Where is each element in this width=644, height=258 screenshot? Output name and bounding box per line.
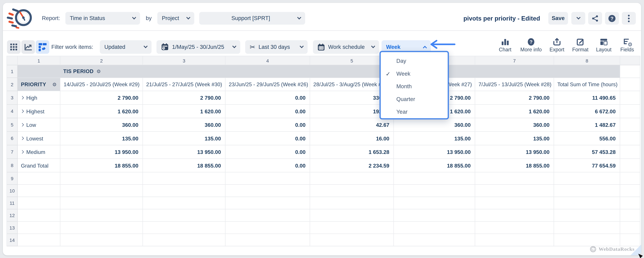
- value-cell[interactable]: 2 790.00: [475, 91, 554, 105]
- work-schedule-select[interactable]: Work schedule: [313, 40, 379, 54]
- row-label-lowest[interactable]: Lowest: [18, 132, 60, 145]
- row-label-high[interactable]: High: [18, 91, 60, 105]
- expand-chevron-icon[interactable]: [20, 109, 24, 113]
- report-select[interactable]: Time in Status: [66, 12, 140, 25]
- row-number: 13: [7, 222, 18, 234]
- column-header[interactable]: Total Sum of Time (hours): [554, 78, 620, 91]
- fields-button[interactable]: ⚙ Fields: [619, 38, 636, 52]
- scissors-icon: ✂: [250, 43, 255, 51]
- group-by-select[interactable]: Project: [158, 12, 194, 25]
- value-cell[interactable]: 1 620.00: [60, 105, 143, 118]
- value-cell[interactable]: 13 950.00: [143, 145, 226, 159]
- chart-view-toggle[interactable]: [22, 40, 35, 54]
- chevron-up-icon: [423, 46, 427, 50]
- priority-header[interactable]: PRIORITY⚙: [18, 78, 60, 91]
- row-number: 5: [7, 118, 18, 132]
- expand-chevron-icon[interactable]: [20, 150, 24, 154]
- value-cell[interactable]: 13 950.00: [475, 145, 554, 159]
- grid-cell-empty: [226, 222, 310, 234]
- trim-period-select[interactable]: ✂ Last 30 days: [245, 40, 308, 54]
- row-label-highest[interactable]: Highest: [18, 105, 60, 118]
- value-cell[interactable]: 2 790.00: [143, 91, 226, 105]
- row-label-grand-total[interactable]: Grand Total: [18, 159, 60, 172]
- expand-chevron-icon[interactable]: [20, 137, 24, 140]
- value-cell[interactable]: 42.67: [310, 118, 394, 132]
- row-number: 7: [7, 145, 18, 159]
- value-cell[interactable]: 556.00: [554, 132, 620, 145]
- value-cell[interactable]: 11 490.65: [554, 91, 620, 105]
- chart-button[interactable]: Chart: [497, 38, 514, 52]
- value-cell[interactable]: 16.00: [310, 132, 394, 145]
- value-cell[interactable]: 135.00: [60, 132, 143, 145]
- date-range-select[interactable]: 1/May/25 - 30/Jun/25: [156, 40, 240, 54]
- value-cell[interactable]: 0.00: [226, 105, 310, 118]
- column-header[interactable]: 14/Jul/25 - 20/Jul/25 (Week #29): [60, 78, 143, 91]
- value-cell[interactable]: 0.00: [226, 132, 310, 145]
- value-cell[interactable]: 135.00: [394, 132, 475, 145]
- value-cell[interactable]: 0.00: [226, 118, 310, 132]
- question-icon: ?: [527, 38, 535, 46]
- column-header[interactable]: 21/Jul/25 - 27/Jul/25 (Week #30): [143, 78, 226, 91]
- value-cell[interactable]: 360.00: [60, 118, 143, 132]
- value-cell[interactable]: 0.00: [226, 145, 310, 159]
- value-cell[interactable]: 0.00: [226, 159, 310, 172]
- value-cell[interactable]: 18 855.00: [394, 159, 475, 172]
- format-button[interactable]: Format: [572, 38, 588, 52]
- row-label-low[interactable]: Low: [18, 118, 60, 132]
- chevron-down-icon: [371, 44, 375, 48]
- column-number: 1: [18, 56, 60, 65]
- pivot-view-toggle[interactable]: [36, 40, 49, 54]
- value-cell[interactable]: 57 453.28: [554, 145, 620, 159]
- menu-item-quarter[interactable]: Quarter: [381, 93, 448, 106]
- value-cell[interactable]: 360.00: [394, 118, 475, 132]
- expand-chevron-icon[interactable]: [20, 96, 24, 100]
- grid-cell-empty: [620, 197, 640, 209]
- row-label-medium[interactable]: Medium: [18, 145, 60, 159]
- grid-cell-empty: [18, 234, 60, 246]
- granularity-menu: Day✓WeekMonthQuarterYear: [380, 51, 449, 119]
- column-header[interactable]: 23/Jun/25 - 29/Jun/25 (Week #26): [226, 78, 310, 91]
- value-cell[interactable]: 6 672.00: [554, 105, 620, 118]
- save-options-button[interactable]: [572, 12, 585, 25]
- gear-icon[interactable]: ⚙: [96, 68, 101, 74]
- value-cell[interactable]: 13 950.00: [60, 145, 143, 159]
- value-cell[interactable]: 2 790.00: [60, 91, 143, 105]
- value-cell[interactable]: 1 653.28: [310, 145, 394, 159]
- layout-button[interactable]: Layout: [596, 38, 612, 52]
- filter-field-select[interactable]: Updated: [100, 40, 152, 54]
- menu-item-day[interactable]: Day: [381, 54, 448, 67]
- value-cell[interactable]: 135.00: [143, 132, 226, 145]
- value-cell[interactable]: 360.00: [143, 118, 226, 132]
- more-info-button[interactable]: ? More info: [520, 38, 542, 52]
- toolbar-actions: Chart ? More info Export: [497, 38, 636, 52]
- value-cell[interactable]: 1 620.00: [143, 105, 226, 118]
- filter-label: Filter work items:: [52, 40, 93, 54]
- project-select[interactable]: Support [SPRT]: [199, 12, 305, 25]
- grid-view-toggle[interactable]: [7, 40, 20, 54]
- menu-item-year[interactable]: Year: [381, 105, 448, 118]
- value-cell[interactable]: 18 855.00: [60, 159, 143, 172]
- value-cell[interactable]: 360.00: [475, 118, 554, 132]
- menu-item-week[interactable]: ✓Week: [381, 67, 448, 80]
- save-button[interactable]: Save: [548, 12, 568, 25]
- grid-corner: [7, 56, 18, 65]
- value-cell[interactable]: 0.00: [226, 91, 310, 105]
- share-button[interactable]: [588, 12, 602, 25]
- value-cell[interactable]: 1 620.00: [475, 105, 554, 118]
- help-button[interactable]: ?: [605, 12, 619, 25]
- menu-item-month[interactable]: Month: [381, 80, 448, 93]
- expand-chevron-icon[interactable]: [20, 123, 24, 127]
- column-header[interactable]: 7/Jul/25 - 13/Jul/25 (Week #28): [475, 78, 554, 91]
- value-cell[interactable]: 2 234.59: [310, 159, 394, 172]
- value-cell[interactable]: 13 950.00: [394, 145, 475, 159]
- export-button[interactable]: Export: [549, 38, 565, 52]
- grid-icon: [10, 43, 17, 50]
- value-cell[interactable]: 77 654.59: [554, 159, 620, 172]
- tis-period-header[interactable]: TIS PERIOD⚙: [18, 65, 620, 78]
- value-cell[interactable]: 1 482.67: [554, 118, 620, 132]
- value-cell[interactable]: 18 855.00: [475, 159, 554, 172]
- value-cell[interactable]: 135.00: [475, 132, 554, 145]
- value-cell[interactable]: 18 855.00: [143, 159, 226, 172]
- more-menu-button[interactable]: [622, 12, 636, 25]
- gear-icon[interactable]: ⚙: [52, 81, 56, 87]
